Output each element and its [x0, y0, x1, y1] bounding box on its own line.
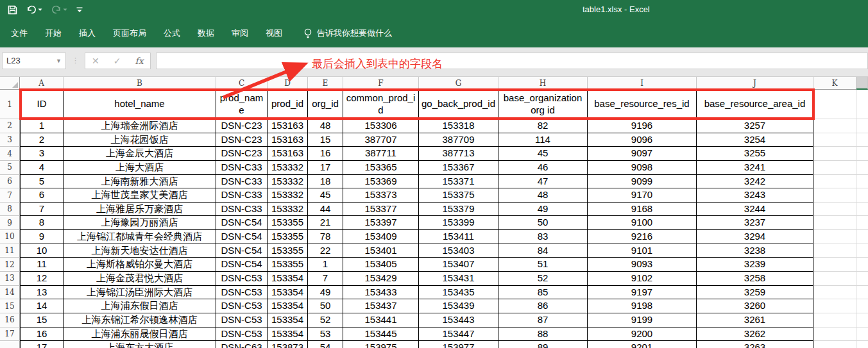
cell-empty[interactable]: [856, 258, 868, 272]
cell[interactable]: 153411: [419, 230, 498, 244]
insert-function-icon[interactable]: fx: [135, 56, 143, 66]
cell[interactable]: 153433: [343, 286, 419, 300]
cell[interactable]: 17: [20, 341, 64, 348]
cell[interactable]: 3262: [697, 327, 813, 342]
row-header-17[interactable]: 17: [0, 327, 20, 342]
cell[interactable]: DSN-C54: [216, 230, 268, 244]
column-header-A[interactable]: A: [20, 77, 64, 90]
cell[interactable]: 387709: [419, 133, 498, 147]
row-header-5[interactable]: 5: [0, 161, 20, 175]
cell[interactable]: 85: [498, 286, 588, 300]
cell[interactable]: 153332: [268, 188, 308, 203]
cell[interactable]: 7: [20, 203, 64, 217]
cell[interactable]: 153369: [343, 175, 419, 189]
cell-empty[interactable]: [856, 313, 868, 327]
ribbon-tab-7[interactable]: 审阅: [232, 28, 248, 39]
cell[interactable]: DSN-C33: [216, 188, 268, 203]
row-header-14[interactable]: 14: [0, 286, 20, 300]
cell[interactable]: 89: [498, 341, 588, 348]
ribbon-tab-1[interactable]: 文件: [11, 28, 28, 39]
column-header-F[interactable]: F: [343, 77, 419, 90]
cell-empty[interactable]: [856, 299, 868, 313]
cell[interactable]: 153409: [343, 230, 419, 244]
ribbon-tab-4[interactable]: 页面布局: [113, 28, 146, 39]
cell[interactable]: 3239: [697, 258, 813, 272]
cell[interactable]: 15: [308, 133, 343, 147]
cell[interactable]: 87: [498, 313, 588, 327]
cell[interactable]: 11: [20, 258, 64, 272]
column-header-D[interactable]: D: [268, 77, 308, 90]
cell-empty[interactable]: [856, 244, 868, 258]
cell[interactable]: 86: [498, 299, 588, 313]
cell[interactable]: 17: [308, 161, 343, 175]
column-header-H[interactable]: H: [498, 77, 588, 90]
cell-empty[interactable]: [856, 175, 868, 189]
cell[interactable]: DSN-C53: [216, 286, 268, 300]
cell[interactable]: 上海南新雅大酒店: [64, 175, 216, 189]
cell[interactable]: 47: [498, 175, 588, 189]
select-all-corner[interactable]: [0, 77, 20, 90]
cell[interactable]: 10: [20, 244, 64, 258]
cell-empty[interactable]: [856, 327, 868, 342]
table-header-cell[interactable]: ID: [20, 90, 64, 119]
cell[interactable]: 153318: [419, 119, 498, 133]
row-header-16[interactable]: 16: [0, 313, 20, 327]
cell[interactable]: 3: [20, 147, 64, 161]
cell[interactable]: 153435: [419, 286, 498, 300]
cell[interactable]: 上海斯格威铂尔曼大酒店: [64, 258, 216, 272]
cell[interactable]: 上海新天地安达仕酒店: [64, 244, 216, 258]
row-header-8[interactable]: 8: [0, 203, 20, 217]
cell-empty[interactable]: [813, 272, 856, 286]
cell[interactable]: 153429: [343, 272, 419, 286]
cell-empty[interactable]: [813, 90, 856, 119]
cell[interactable]: DSN-C53: [216, 327, 268, 342]
ribbon-tab-3[interactable]: 插入: [79, 28, 96, 39]
cell[interactable]: 3255: [697, 147, 813, 161]
cell[interactable]: 1: [308, 258, 343, 272]
cell[interactable]: 153332: [268, 161, 308, 175]
ribbon-tab-5[interactable]: 公式: [164, 28, 180, 39]
row-header-18[interactable]: [0, 341, 20, 348]
cell[interactable]: 上海世茂皇家艾美酒店: [64, 188, 216, 203]
cell[interactable]: 153367: [419, 161, 498, 175]
cell[interactable]: 上海东方大酒店: [64, 341, 216, 348]
cell[interactable]: 153377: [343, 203, 419, 217]
cell-empty[interactable]: [813, 133, 856, 147]
cell[interactable]: 153405: [343, 258, 419, 272]
column-header-I[interactable]: I: [588, 77, 697, 90]
cell-empty[interactable]: [813, 161, 856, 175]
cell[interactable]: 153355: [268, 230, 308, 244]
cell[interactable]: 14: [20, 299, 64, 313]
cell[interactable]: 153354: [268, 286, 308, 300]
cell[interactable]: 9197: [588, 286, 697, 300]
cell-empty[interactable]: [813, 119, 856, 133]
cell[interactable]: 83: [498, 230, 588, 244]
name-box[interactable]: L23 ▼: [2, 53, 66, 69]
customize-quick-access-icon[interactable]: [76, 7, 83, 13]
ribbon-tab-8[interactable]: 视图: [266, 28, 282, 39]
cell[interactable]: 9093: [588, 258, 697, 272]
cell[interactable]: 上海锦江汤臣洲际大酒店: [64, 286, 216, 300]
cell[interactable]: 18: [308, 175, 343, 189]
cell[interactable]: 9099: [588, 175, 697, 189]
cell[interactable]: 1: [20, 119, 64, 133]
cell-empty[interactable]: [813, 286, 856, 300]
cell[interactable]: 16: [308, 147, 343, 161]
cell[interactable]: DSN-C23: [216, 147, 268, 161]
cell[interactable]: 50: [308, 299, 343, 313]
cell[interactable]: 9201: [588, 341, 697, 348]
cell-empty[interactable]: [856, 216, 868, 230]
cell[interactable]: 45: [498, 147, 588, 161]
cell[interactable]: 3258: [697, 272, 813, 286]
cell[interactable]: 2: [20, 133, 64, 147]
cell[interactable]: DSN-C53: [216, 299, 268, 313]
cell[interactable]: DSN-C54: [216, 216, 268, 230]
cell-empty[interactable]: [856, 90, 868, 119]
row-header-7[interactable]: 7: [0, 188, 20, 203]
cell[interactable]: 上海瑞金洲际酒店: [64, 119, 216, 133]
cell[interactable]: 387707: [343, 133, 419, 147]
column-header-G[interactable]: G: [419, 77, 498, 90]
cell[interactable]: 3294: [697, 230, 813, 244]
cell[interactable]: 9097: [588, 147, 697, 161]
cell[interactable]: 49: [308, 286, 343, 300]
